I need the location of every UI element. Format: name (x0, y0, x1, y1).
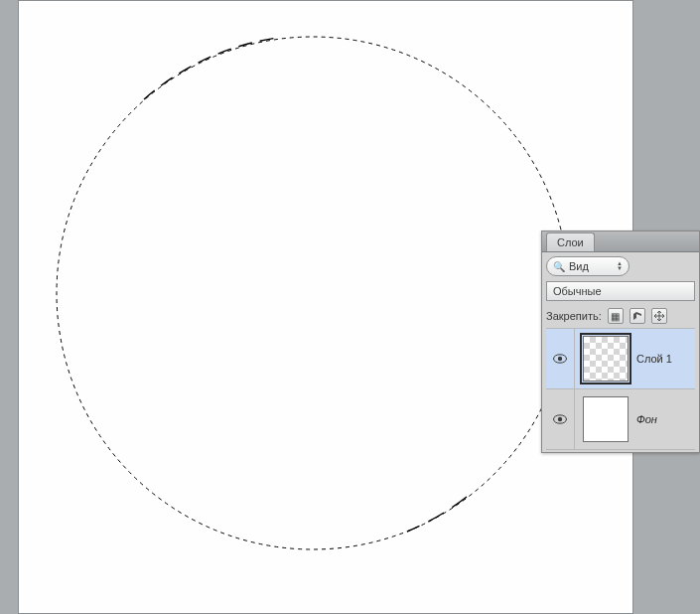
tab-layers[interactable]: Слои (546, 232, 595, 251)
svg-point-4 (558, 417, 562, 421)
visibility-toggle[interactable] (546, 329, 575, 388)
eye-icon (553, 414, 567, 424)
layer-row[interactable]: Фон (546, 389, 695, 450)
visibility-toggle[interactable] (546, 389, 575, 449)
layer-thumbnail[interactable] (583, 336, 629, 382)
blend-mode-select[interactable]: Обычные (546, 281, 695, 301)
lock-position-icon[interactable] (651, 308, 667, 324)
layer-filter-label: Вид (569, 260, 589, 272)
layer-thumbnail[interactable] (583, 396, 629, 442)
eye-icon (553, 354, 567, 364)
layer-name: Слой 1 (636, 353, 672, 365)
layers-panel: Слои 🔍 Вид ▲▼ Обычные Закрепить: ▦ (541, 230, 700, 453)
lock-transparency-icon[interactable]: ▦ (608, 308, 624, 324)
panel-tab-bar: Слои (542, 231, 699, 252)
svg-point-2 (558, 357, 562, 361)
search-icon: 🔍 (553, 261, 565, 272)
layer-name: Фон (636, 413, 657, 425)
updown-icon: ▲▼ (617, 261, 623, 271)
layer-filter-select[interactable]: 🔍 Вид ▲▼ (546, 256, 630, 276)
blend-mode-value: Обычные (553, 285, 602, 297)
lock-image-icon[interactable] (630, 308, 645, 324)
lock-label: Закрепить: (546, 310, 602, 322)
layer-row[interactable]: Слой 1 (546, 329, 695, 389)
layers-list: Слой 1 Фон (546, 329, 695, 450)
